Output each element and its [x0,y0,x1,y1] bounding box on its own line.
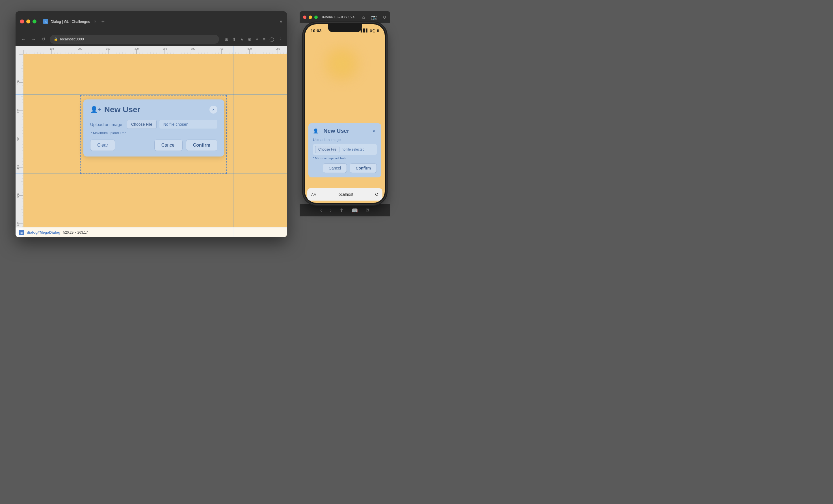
phone-dialog-close-button[interactable]: × [371,128,377,134]
phone-container: iPhone 13 – iOS 15.4 ⌂ 📷 ⟳ 10:03 ▋▋▋ ((·… [300,11,390,226]
phone-frame: 10:03 ▋▋▋ ((·)) ▮ 👤+ New User × Upload a… [304,23,386,204]
tab-close-button[interactable]: × [92,19,98,24]
extension-icon[interactable]: ✦ [255,37,259,42]
phone-rotate-icon[interactable]: ⟳ [383,15,387,20]
browser-toolbar: ⊞ ⬆ ★ ◉ ✦ ≡ ◯ ⋮ [225,37,282,42]
address-text: localhost:3000 [60,37,84,41]
shield-icon[interactable]: ◉ [247,37,251,42]
browser-content: // Will be drawn via JS below 👤+ New Use… [16,46,287,237]
browser-info-bar: ◧ dialog#MegaDialog 520.29 × 263.17 [16,227,287,237]
signal-icon: ▋▋▋ [361,28,368,32]
phone-status-bar: 10:03 ▋▋▋ ((·)) ▮ [305,24,385,37]
phone-address-bar[interactable]: AA localhost ↺ [307,188,382,201]
guide-horizontal-1 [16,94,287,95]
airdrop-icon[interactable]: ◯ [269,37,274,42]
phone-confirm-button[interactable]: Confirm [350,163,377,173]
no-file-text: No file chosen [160,120,217,129]
cancel-button[interactable]: Cancel [154,140,183,151]
phone-nav-back-icon[interactable]: ‹ [320,207,322,213]
phone-tabs-icon[interactable]: ⧉ [366,207,370,213]
choose-file-button[interactable]: Choose File [127,120,157,129]
clear-button[interactable]: Clear [90,140,115,151]
phone-nav-forward-icon[interactable]: › [330,207,332,213]
phone-fullscreen-button[interactable] [314,16,318,19]
new-user-dialog: 👤+ New User × Upload an image Choose Fil… [84,99,224,156]
battery-icon: ▮ [377,28,379,32]
share-icon[interactable]: ⬆ [232,37,236,42]
element-selector: dialog#MegaDialog [27,230,60,234]
lock-icon: 🔒 [54,37,58,41]
phone-time: 10:03 [311,28,322,33]
guide-vertical-2 [233,46,234,237]
back-button[interactable]: ← [20,35,27,43]
phone-user-add-icon: 👤+ [313,128,321,134]
forward-button[interactable]: → [30,35,37,43]
confirm-button[interactable]: Confirm [186,140,217,151]
phone-file-row: Choose File no file selected [313,144,377,155]
user-add-icon: 👤+ [90,106,101,113]
address-bar[interactable]: 🔒 localhost:3000 [50,35,219,44]
phone-dialog-title: New User [324,128,371,134]
ruler-left [16,54,23,237]
bookmark-icon[interactable]: ★ [240,37,244,42]
minimize-button[interactable] [26,20,30,23]
wifi-icon: ((·)) [370,28,375,32]
phone-cancel-button[interactable]: Cancel [323,163,347,173]
upload-row: Upload an image Choose File No file chos… [90,120,217,129]
reader-icon[interactable]: ≡ [263,37,265,42]
dialog-header: 👤+ New User × [90,105,217,114]
element-dimensions: 520.29 × 263.17 [63,230,88,234]
phone-choose-file-button[interactable]: Choose File [315,146,339,153]
new-window-icon[interactable]: ⊞ [225,37,229,42]
phone-titlebar-window: iPhone 13 – iOS 15.4 ⌂ 📷 ⟳ [300,11,390,23]
phone-upload-label: Upload an image [313,137,377,142]
browser-addressbar: ← → ↺ 🔒 localhost:3000 ⊞ ⬆ ★ ◉ ✦ ≡ ◯ ⋮ [16,32,287,46]
browser-window: ◎ Dialog | GUI Challenges × + ∨ ← → ↺ 🔒 … [16,11,287,237]
ruler-corner [16,46,23,54]
phone-screen: 10:03 ▋▋▋ ((·)) ▮ 👤+ New User × Upload a… [305,24,385,203]
tab-expand-icon[interactable]: ∨ [280,19,282,24]
tab-favicon: ◎ [43,19,48,24]
traffic-lights [20,20,37,23]
upload-hint: * Maximum upload 1mb [90,131,217,135]
new-tab-button[interactable]: + [101,18,104,25]
phone-url-text[interactable]: localhost [319,192,372,197]
fullscreen-button[interactable] [32,20,37,23]
more-icon[interactable]: ⋮ [278,37,282,42]
element-icon: ◧ [19,230,24,235]
reload-button[interactable]: ↺ [41,35,46,43]
browser-titlebar: ◎ Dialog | GUI Challenges × + ∨ [16,11,287,32]
dialog-body: Upload an image Choose File No file chos… [90,120,217,135]
dialog-close-button[interactable]: × [210,106,217,114]
phone-minimize-button[interactable] [309,16,312,19]
phone-window-title: iPhone 13 – iOS 15.4 [322,15,354,19]
phone-close-button[interactable] [303,16,306,19]
phone-camera-icon[interactable]: 📷 [371,15,377,20]
close-button[interactable] [20,20,24,23]
phone-home-icon[interactable]: ⌂ [362,15,365,20]
tab-bar: ◎ Dialog | GUI Challenges × + ∨ [43,18,282,25]
phone-background-blob [325,47,359,81]
upload-label: Upload an image [90,122,124,127]
phone-no-file-text: no file selected [342,148,364,151]
phone-aa-button[interactable]: AA [311,193,316,197]
phone-status-icons: ▋▋▋ ((·)) ▮ [361,28,379,32]
tab-label[interactable]: Dialog | GUI Challenges [51,20,90,24]
phone-share-icon[interactable]: ⬆ [339,207,344,213]
phone-bookmarks-icon[interactable]: 📖 [352,207,358,213]
ruler-top: // Will be drawn via JS below [23,46,287,54]
phone-upload-hint: * Maximum upload 1mb [313,156,377,160]
dialog-title: New User [104,105,210,114]
phone-dialog-header: 👤+ New User × [313,128,377,134]
phone-reload-button[interactable]: ↺ [375,192,379,197]
dialog-footer: Clear Cancel Confirm [90,140,217,151]
phone-bottom-toolbar: ‹ › ⬆ 📖 ⧉ [300,204,390,217]
phone-new-user-dialog: 👤+ New User × Upload an image Choose Fil… [308,123,381,177]
phone-dialog-footer: Cancel Confirm [313,163,377,173]
